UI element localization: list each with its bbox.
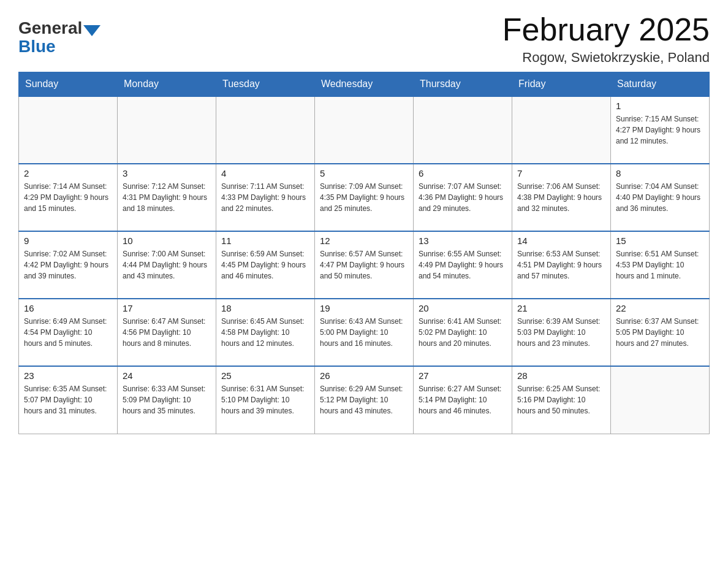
day-number: 28 — [517, 370, 605, 381]
calendar-cell: 15Sunrise: 6:51 AM Sunset: 4:53 PM Dayli… — [611, 231, 710, 299]
calendar-week-row-5: 23Sunrise: 6:35 AM Sunset: 5:07 PM Dayli… — [19, 366, 710, 434]
day-number: 7 — [517, 168, 605, 178]
day-number: 27 — [419, 370, 507, 381]
day-info: Sunrise: 7:15 AM Sunset: 4:27 PM Dayligh… — [616, 113, 704, 147]
logo: General Blue — [18, 18, 100, 56]
logo-arrow-icon — [83, 25, 100, 36]
calendar-cell: 4Sunrise: 7:11 AM Sunset: 4:33 PM Daylig… — [216, 164, 315, 231]
day-number: 26 — [320, 370, 408, 381]
logo-blue-text: Blue — [18, 37, 100, 56]
calendar-cell: 26Sunrise: 6:29 AM Sunset: 5:12 PM Dayli… — [315, 366, 414, 434]
calendar-cell — [611, 366, 710, 434]
calendar-cell: 18Sunrise: 6:45 AM Sunset: 4:58 PM Dayli… — [216, 299, 315, 366]
day-number: 5 — [320, 168, 408, 178]
title-section: February 2025 Rogow, Swietokrzyskie, Pol… — [502, 12, 710, 66]
day-number: 9 — [24, 236, 112, 246]
calendar-cell: 21Sunrise: 6:39 AM Sunset: 5:03 PM Dayli… — [512, 299, 611, 366]
calendar-cell: 11Sunrise: 6:59 AM Sunset: 4:45 PM Dayli… — [216, 231, 315, 299]
day-number: 6 — [419, 168, 507, 178]
calendar-cell: 1Sunrise: 7:15 AM Sunset: 4:27 PM Daylig… — [611, 96, 710, 164]
day-info: Sunrise: 6:57 AM Sunset: 4:47 PM Dayligh… — [320, 248, 408, 282]
calendar-cell: 7Sunrise: 7:06 AM Sunset: 4:38 PM Daylig… — [512, 164, 611, 231]
day-number: 2 — [24, 168, 112, 178]
day-info: Sunrise: 6:55 AM Sunset: 4:49 PM Dayligh… — [419, 248, 507, 282]
calendar-header-row: Sunday Monday Tuesday Wednesday Thursday… — [19, 72, 710, 97]
page-header: General Blue February 2025 Rogow, Swieto… — [18, 12, 710, 66]
day-info: Sunrise: 6:25 AM Sunset: 5:16 PM Dayligh… — [517, 383, 605, 416]
calendar-week-row-3: 9Sunrise: 7:02 AM Sunset: 4:42 PM Daylig… — [19, 231, 710, 299]
day-number: 11 — [221, 236, 309, 246]
day-number: 17 — [123, 303, 211, 313]
day-number: 1 — [616, 101, 704, 111]
day-number: 22 — [616, 303, 704, 313]
day-info: Sunrise: 7:00 AM Sunset: 4:44 PM Dayligh… — [123, 248, 211, 282]
day-info: Sunrise: 6:53 AM Sunset: 4:51 PM Dayligh… — [517, 248, 605, 282]
day-number: 23 — [24, 370, 112, 381]
calendar-cell: 2Sunrise: 7:14 AM Sunset: 4:29 PM Daylig… — [19, 164, 118, 231]
day-number: 10 — [123, 236, 211, 246]
calendar-cell — [216, 96, 315, 164]
day-info: Sunrise: 6:35 AM Sunset: 5:07 PM Dayligh… — [24, 383, 112, 416]
day-info: Sunrise: 6:33 AM Sunset: 5:09 PM Dayligh… — [123, 383, 211, 416]
calendar-cell: 28Sunrise: 6:25 AM Sunset: 5:16 PM Dayli… — [512, 366, 611, 434]
day-number: 18 — [221, 303, 309, 313]
day-info: Sunrise: 6:47 AM Sunset: 4:56 PM Dayligh… — [123, 316, 211, 349]
day-info: Sunrise: 6:45 AM Sunset: 4:58 PM Dayligh… — [221, 316, 309, 349]
logo-general-text: General — [18, 18, 82, 37]
calendar-cell: 8Sunrise: 7:04 AM Sunset: 4:40 PM Daylig… — [611, 164, 710, 231]
calendar-cell: 14Sunrise: 6:53 AM Sunset: 4:51 PM Dayli… — [512, 231, 611, 299]
day-number: 8 — [616, 168, 704, 178]
day-info: Sunrise: 7:02 AM Sunset: 4:42 PM Dayligh… — [24, 248, 112, 282]
calendar-cell: 10Sunrise: 7:00 AM Sunset: 4:44 PM Dayli… — [118, 231, 216, 299]
day-number: 19 — [320, 303, 408, 313]
day-info: Sunrise: 6:51 AM Sunset: 4:53 PM Dayligh… — [616, 248, 704, 282]
day-number: 20 — [419, 303, 507, 313]
calendar-cell: 22Sunrise: 6:37 AM Sunset: 5:05 PM Dayli… — [611, 299, 710, 366]
day-number: 21 — [517, 303, 605, 313]
calendar-cell: 20Sunrise: 6:41 AM Sunset: 5:02 PM Dayli… — [414, 299, 512, 366]
day-info: Sunrise: 7:04 AM Sunset: 4:40 PM Dayligh… — [616, 181, 704, 214]
calendar-week-row-4: 16Sunrise: 6:49 AM Sunset: 4:54 PM Dayli… — [19, 299, 710, 366]
calendar-cell: 19Sunrise: 6:43 AM Sunset: 5:00 PM Dayli… — [315, 299, 414, 366]
col-wednesday: Wednesday — [315, 72, 414, 97]
col-monday: Monday — [118, 72, 216, 97]
calendar-cell: 24Sunrise: 6:33 AM Sunset: 5:09 PM Dayli… — [118, 366, 216, 434]
day-info: Sunrise: 7:09 AM Sunset: 4:35 PM Dayligh… — [320, 181, 408, 214]
calendar-week-row-1: 1Sunrise: 7:15 AM Sunset: 4:27 PM Daylig… — [19, 96, 710, 164]
calendar-cell — [512, 96, 611, 164]
col-thursday: Thursday — [414, 72, 512, 97]
day-number: 15 — [616, 236, 704, 246]
day-info: Sunrise: 6:39 AM Sunset: 5:03 PM Dayligh… — [517, 316, 605, 349]
col-friday: Friday — [512, 72, 611, 97]
calendar-cell — [414, 96, 512, 164]
calendar-cell — [19, 96, 118, 164]
day-number: 13 — [419, 236, 507, 246]
day-number: 3 — [123, 168, 211, 178]
calendar-cell: 3Sunrise: 7:12 AM Sunset: 4:31 PM Daylig… — [118, 164, 216, 231]
calendar-cell: 6Sunrise: 7:07 AM Sunset: 4:36 PM Daylig… — [414, 164, 512, 231]
day-info: Sunrise: 6:37 AM Sunset: 5:05 PM Dayligh… — [616, 316, 704, 349]
day-number: 12 — [320, 236, 408, 246]
calendar-cell: 23Sunrise: 6:35 AM Sunset: 5:07 PM Dayli… — [19, 366, 118, 434]
day-number: 14 — [517, 236, 605, 246]
day-info: Sunrise: 6:59 AM Sunset: 4:45 PM Dayligh… — [221, 248, 309, 282]
calendar-title: February 2025 — [502, 12, 710, 47]
day-info: Sunrise: 6:41 AM Sunset: 5:02 PM Dayligh… — [419, 316, 507, 349]
calendar-cell: 16Sunrise: 6:49 AM Sunset: 4:54 PM Dayli… — [19, 299, 118, 366]
calendar-cell: 9Sunrise: 7:02 AM Sunset: 4:42 PM Daylig… — [19, 231, 118, 299]
calendar-week-row-2: 2Sunrise: 7:14 AM Sunset: 4:29 PM Daylig… — [19, 164, 710, 231]
calendar-cell: 25Sunrise: 6:31 AM Sunset: 5:10 PM Dayli… — [216, 366, 315, 434]
day-info: Sunrise: 6:49 AM Sunset: 4:54 PM Dayligh… — [24, 316, 112, 349]
day-info: Sunrise: 6:27 AM Sunset: 5:14 PM Dayligh… — [419, 383, 507, 416]
col-sunday: Sunday — [19, 72, 118, 97]
day-info: Sunrise: 6:31 AM Sunset: 5:10 PM Dayligh… — [221, 383, 309, 416]
day-number: 24 — [123, 370, 211, 381]
calendar-cell: 27Sunrise: 6:27 AM Sunset: 5:14 PM Dayli… — [414, 366, 512, 434]
calendar-cell — [118, 96, 216, 164]
calendar-table: Sunday Monday Tuesday Wednesday Thursday… — [18, 72, 710, 434]
day-info: Sunrise: 7:12 AM Sunset: 4:31 PM Dayligh… — [123, 181, 211, 214]
calendar-cell: 12Sunrise: 6:57 AM Sunset: 4:47 PM Dayli… — [315, 231, 414, 299]
day-number: 25 — [221, 370, 309, 381]
day-info: Sunrise: 6:43 AM Sunset: 5:00 PM Dayligh… — [320, 316, 408, 349]
day-info: Sunrise: 7:07 AM Sunset: 4:36 PM Dayligh… — [419, 181, 507, 214]
